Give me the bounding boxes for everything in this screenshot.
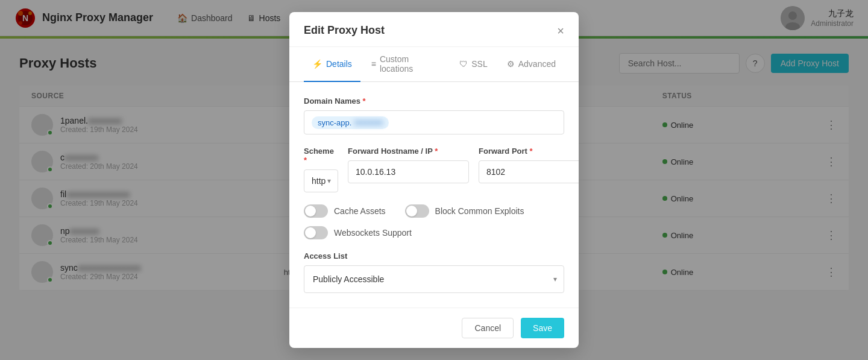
modal-title: Edit Proxy Host (304, 24, 385, 37)
forward-hostname-label: Forward Hostname / IP * (348, 147, 469, 156)
edit-proxy-host-modal: Edit Proxy Host × ⚡ Details ≡ Custom loc… (289, 12, 579, 348)
block-exploits-toggle[interactable] (405, 204, 429, 218)
access-list-select[interactable]: Publicly Accessible (304, 265, 564, 293)
toggle-knob (406, 206, 417, 216)
lightning-icon: ⚡ (312, 59, 322, 69)
forward-port-label: Forward Port * (479, 147, 579, 156)
forward-port-input[interactable] (479, 160, 579, 183)
block-exploits-toggle-item: Block Common Exploits (405, 204, 524, 218)
block-exploits-label: Block Common Exploits (435, 206, 524, 216)
websockets-toggle-item: Websockets Support (304, 226, 412, 239)
tab-details[interactable]: ⚡ Details (304, 47, 360, 82)
scheme-select[interactable]: http https (304, 169, 338, 192)
cancel-button[interactable]: Cancel (462, 318, 514, 338)
toggles-row-2: Websockets Support (304, 226, 564, 239)
modal-footer: Cancel Save (289, 308, 579, 348)
cache-assets-toggle[interactable] (304, 204, 328, 218)
tab-custom-locations[interactable]: ≡ Custom locations (363, 47, 448, 82)
domain-names-group: Domain Names * sync-app. xxxxxxxx (304, 96, 564, 134)
scheme-label: Scheme * (304, 147, 338, 165)
access-list-label: Access List (304, 251, 564, 261)
modal-tabs: ⚡ Details ≡ Custom locations 🛡 SSL ⚙ Adv… (289, 47, 579, 82)
tab-ssl[interactable]: 🛡 SSL (451, 47, 495, 82)
domain-names-input[interactable]: sync-app. xxxxxxxx (304, 110, 564, 134)
modal-body: Domain Names * sync-app. xxxxxxxx Scheme… (289, 82, 579, 308)
network-fields-row: Scheme * http https Forward Hostname / I… (304, 147, 564, 192)
modal-header: Edit Proxy Host × (289, 12, 579, 47)
close-button[interactable]: × (557, 25, 564, 37)
forward-port-group: Forward Port * (479, 147, 579, 192)
layers-icon: ≡ (371, 59, 376, 69)
access-list-select-wrapper: Publicly Accessible (304, 265, 564, 293)
toggle-knob (305, 206, 316, 216)
access-list-section: Access List Publicly Accessible (304, 251, 564, 293)
toggles-row-1: Cache Assets Block Common Exploits (304, 204, 564, 218)
gear-icon: ⚙ (507, 59, 515, 69)
toggle-knob (305, 227, 316, 238)
save-button[interactable]: Save (521, 318, 564, 338)
websockets-label: Websockets Support (334, 228, 412, 238)
domain-names-label: Domain Names * (304, 96, 564, 106)
scheme-select-wrapper: http https (304, 169, 338, 192)
cache-assets-label: Cache Assets (334, 206, 386, 216)
tab-advanced[interactable]: ⚙ Advanced (498, 47, 564, 82)
required-marker: * (363, 96, 366, 106)
forward-hostname-group: Forward Hostname / IP * (348, 147, 469, 192)
cache-assets-toggle-item: Cache Assets (304, 204, 386, 218)
scheme-group: Scheme * http https (304, 147, 338, 192)
modal-overlay: Edit Proxy Host × ⚡ Details ≡ Custom loc… (0, 0, 868, 360)
shield-icon: 🛡 (459, 59, 468, 69)
domain-tag: sync-app. xxxxxxxx (312, 116, 389, 129)
forward-hostname-input[interactable] (348, 160, 469, 183)
websockets-toggle[interactable] (304, 226, 328, 239)
